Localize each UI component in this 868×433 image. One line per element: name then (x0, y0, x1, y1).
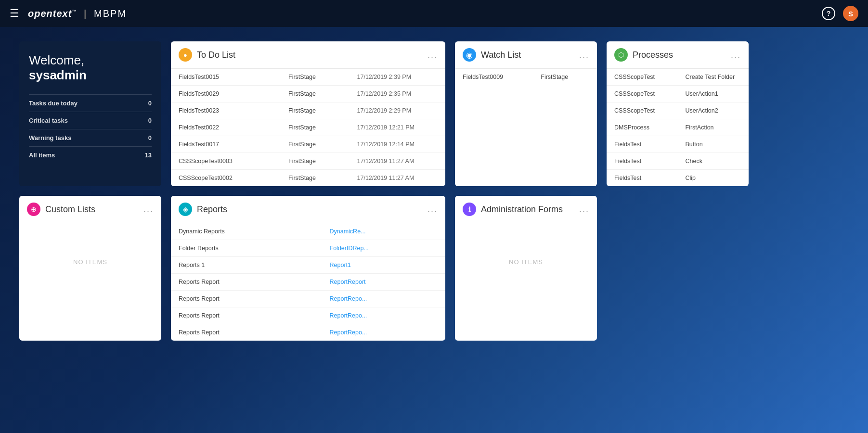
processes-widget: ⬡ Processes ... CSSScopeTest Create Test… (607, 41, 749, 186)
todo-widget: ● To Do List ... FieldsTest0015 FirstSta… (171, 41, 445, 186)
report-id: ReportRepo... (322, 291, 446, 307)
table-row[interactable]: CSSScopeTest0002 FirstStage 17/12/2019 1… (171, 170, 445, 187)
table-row[interactable]: Reports Report ReportRepo... (171, 324, 445, 341)
task-stage: FirstStage (281, 153, 350, 170)
logo-divider: | (84, 8, 87, 19)
nav-right: ? S (822, 6, 858, 21)
processes-table: CSSScopeTest Create Test Folder CSSScope… (607, 69, 749, 186)
table-row[interactable]: Reports Report ReportRepo... (171, 307, 445, 324)
proc-name: FieldsTest (607, 153, 678, 170)
proc-action: FirstAction (678, 119, 749, 136)
todo-menu[interactable]: ... (428, 50, 438, 60)
adminforms-empty: NO ITEMS (455, 223, 597, 300)
table-row[interactable]: DMSProcess FirstAction (607, 119, 749, 136)
task-stage: FirstStage (281, 170, 350, 187)
table-row[interactable]: CSSScopeTest0003 FirstStage 17/12/2019 1… (171, 153, 445, 170)
table-row[interactable]: Reports Report ReportReport (171, 274, 445, 291)
welcome-card: Welcome, sysadmin Tasks due today 0 Crit… (19, 41, 161, 186)
customlists-menu[interactable]: ... (143, 204, 154, 215)
table-row[interactable]: FieldsTest0009 FirstStage (455, 69, 597, 85)
table-row[interactable]: FieldsTest Clip (607, 170, 749, 187)
top-navigation: ☰ opentext™ | MBPM ? S (0, 0, 868, 27)
table-row[interactable]: Reports Report ReportRepo... (171, 291, 445, 307)
report-name: Reports Report (171, 324, 322, 341)
report-id: Report1 (322, 257, 446, 274)
task-date: 17/12/2019 2:35 PM (350, 86, 446, 102)
table-row[interactable]: Folder Reports FolderIDRep... (171, 240, 445, 257)
table-row[interactable]: FieldsTest Check (607, 153, 749, 170)
task-stage: FirstStage (281, 86, 350, 102)
task-date: 17/12/2019 12:14 PM (350, 136, 446, 153)
todo-table: FieldsTest0015 FirstStage 17/12/2019 2:3… (171, 69, 445, 186)
user-avatar[interactable]: S (843, 6, 858, 21)
table-row[interactable]: CSSScopeTest UserAction1 (607, 86, 749, 102)
hamburger-menu[interactable]: ☰ (10, 7, 19, 20)
proc-action: UserAction1 (678, 86, 749, 102)
stat-row: Tasks due today 0 (29, 95, 152, 112)
welcome-greeting: Welcome, sysadmin (29, 53, 152, 83)
report-id: FolderIDRep... (322, 240, 446, 257)
task-date: 17/12/2019 2:39 PM (350, 69, 446, 86)
watch-name: FieldsTest0009 (455, 69, 533, 85)
todo-body[interactable]: FieldsTest0015 FirstStage 17/12/2019 2:3… (171, 69, 445, 186)
stat-value: 13 (136, 147, 152, 164)
table-row[interactable]: FieldsTest0022 FirstStage 17/12/2019 12:… (171, 119, 445, 136)
table-row[interactable]: FieldsTest0023 FirstStage 17/12/2019 2:2… (171, 102, 445, 119)
task-date: 17/12/2019 12:21 PM (350, 119, 446, 136)
processes-header: ⬡ Processes ... (607, 41, 749, 69)
stat-value: 0 (136, 129, 152, 147)
watchlist-menu[interactable]: ... (579, 50, 589, 60)
adminforms-menu[interactable]: ... (579, 204, 589, 215)
customlists-title: Custom Lists (45, 204, 139, 215)
main-content: Welcome, sysadmin Tasks due today 0 Crit… (0, 27, 868, 355)
table-row[interactable]: Reports 1 Report1 (171, 257, 445, 274)
report-name: Dynamic Reports (171, 223, 322, 240)
task-name: FieldsTest0017 (171, 136, 281, 153)
proc-action: Clip (678, 170, 749, 187)
dashboard-grid: Welcome, sysadmin Tasks due today 0 Crit… (19, 41, 849, 341)
adminforms-widget: ℹ Administration Forms ... NO ITEMS (455, 196, 597, 341)
watchlist-body[interactable]: FieldsTest0009 FirstStage (455, 69, 597, 186)
help-button[interactable]: ? (822, 7, 835, 20)
welcome-stats-table: Tasks due today 0 Critical tasks 0 Warni… (29, 94, 152, 164)
processes-menu[interactable]: ... (731, 50, 741, 60)
task-date: 17/12/2019 11:27 AM (350, 153, 446, 170)
proc-name: CSSScopeTest (607, 69, 678, 86)
reports-menu[interactable]: ... (428, 204, 438, 215)
processes-title: Processes (633, 50, 726, 60)
proc-name: CSSScopeTest (607, 86, 678, 102)
todo-header: ● To Do List ... (171, 41, 445, 69)
stat-value: 0 (136, 112, 152, 129)
reports-body[interactable]: Dynamic Reports DynamicRe... Folder Repo… (171, 223, 445, 341)
report-id: ReportRepo... (322, 307, 446, 324)
customlists-header: ⊕ Custom Lists ... (19, 196, 161, 223)
reports-widget: ◈ Reports ... Dynamic Reports DynamicRe.… (171, 196, 445, 341)
proc-action: Create Test Folder (678, 69, 749, 86)
proc-name: CSSScopeTest (607, 102, 678, 119)
task-name: FieldsTest0015 (171, 69, 281, 86)
table-row[interactable]: FieldsTest0029 FirstStage 17/12/2019 2:3… (171, 86, 445, 102)
watchlist-title: Watch List (481, 50, 574, 60)
stat-label: Critical tasks (29, 112, 136, 129)
stat-value: 0 (136, 95, 152, 112)
table-row[interactable]: CSSScopeTest UserAction2 (607, 102, 749, 119)
table-row[interactable]: Dynamic Reports DynamicRe... (171, 223, 445, 240)
stat-row: Critical tasks 0 (29, 112, 152, 129)
processes-body[interactable]: CSSScopeTest Create Test Folder CSSScope… (607, 69, 749, 186)
task-name: CSSScopeTest0003 (171, 153, 281, 170)
adminforms-icon: ℹ (463, 203, 476, 216)
report-name: Reports Report (171, 291, 322, 307)
task-stage: FirstStage (281, 136, 350, 153)
task-stage: FirstStage (281, 69, 350, 86)
nav-left: ☰ opentext™ | MBPM (10, 7, 127, 20)
task-name: FieldsTest0029 (171, 86, 281, 102)
watch-stage: FirstStage (533, 69, 597, 85)
proc-name: FieldsTest (607, 136, 678, 153)
table-row[interactable]: CSSScopeTest Create Test Folder (607, 69, 749, 86)
customlists-empty: NO ITEMS (19, 223, 161, 300)
table-row[interactable]: FieldsTest0017 FirstStage 17/12/2019 12:… (171, 136, 445, 153)
table-row[interactable]: FieldsTest Button (607, 136, 749, 153)
table-row[interactable]: FieldsTest0015 FirstStage 17/12/2019 2:3… (171, 69, 445, 86)
task-stage: FirstStage (281, 102, 350, 119)
report-id: DynamicRe... (322, 223, 446, 240)
